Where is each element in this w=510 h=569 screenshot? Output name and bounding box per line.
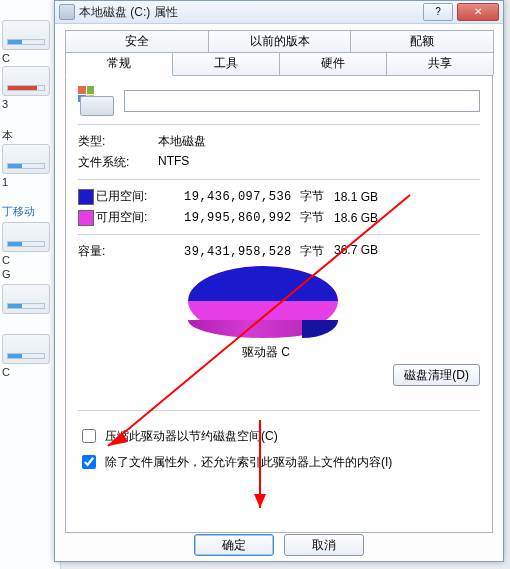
tab-row-primary: 常规 工具 硬件 共享 <box>65 52 493 76</box>
type-value: 本地磁盘 <box>158 133 480 150</box>
compress-checkbox-row[interactable]: 压缩此驱动器以节约磁盘空间(C) <box>78 426 480 446</box>
capacity-label: 容量: <box>78 243 184 260</box>
filesystem-label: 文件系统: <box>78 154 158 171</box>
properties-dialog: 本地磁盘 (C:) 属性 ? ✕ 安全 以前的版本 配额 常规 工具 硬件 共享 <box>54 0 504 562</box>
tab-hardware[interactable]: 硬件 <box>279 52 387 75</box>
cancel-button[interactable]: 取消 <box>284 534 364 556</box>
tab-previous-versions[interactable]: 以前的版本 <box>208 30 352 53</box>
tab-quota[interactable]: 配额 <box>350 30 494 53</box>
compress-checkbox[interactable] <box>82 429 96 443</box>
background-explorer-strip: C 3 本 1 丁移动 C G C <box>0 0 61 569</box>
free-swatch <box>78 210 94 226</box>
used-swatch <box>78 189 94 205</box>
drive-titlebar-icon <box>59 4 75 20</box>
drive-icon <box>78 86 114 116</box>
titlebar[interactable]: 本地磁盘 (C:) 属性 ? ✕ <box>55 1 503 24</box>
tab-sharing[interactable]: 共享 <box>386 52 494 75</box>
filesystem-value: NTFS <box>158 154 480 171</box>
pie-caption: 驱动器 C <box>242 344 290 361</box>
used-gb: 18.1 GB <box>334 190 394 204</box>
index-checkbox[interactable] <box>82 455 96 469</box>
used-bytes: 19,436,097,536 字节 <box>184 188 334 205</box>
used-label: 已用空间: <box>96 188 184 205</box>
free-label: 可用空间: <box>96 209 184 226</box>
tab-row-secondary: 安全 以前的版本 配额 <box>65 30 493 53</box>
drive-label-input[interactable] <box>124 90 480 112</box>
tab-general[interactable]: 常规 <box>65 52 173 76</box>
usage-pie-chart: 驱动器 C <box>78 266 480 354</box>
free-gb: 18.6 GB <box>334 211 394 225</box>
window-title: 本地磁盘 (C:) 属性 <box>79 4 178 21</box>
general-panel: 类型: 本地磁盘 文件系统: NTFS 已用空间: 19,436,097,536… <box>65 75 493 533</box>
index-checkbox-row[interactable]: 除了文件属性外，还允许索引此驱动器上文件的内容(I) <box>78 452 480 472</box>
tab-tools[interactable]: 工具 <box>172 52 280 75</box>
help-button[interactable]: ? <box>423 3 453 21</box>
capacity-gb: 36.7 GB <box>334 243 394 260</box>
disk-cleanup-button[interactable]: 磁盘清理(D) <box>393 364 480 386</box>
tab-security[interactable]: 安全 <box>65 30 209 53</box>
type-label: 类型: <box>78 133 158 150</box>
index-label: 除了文件属性外，还允许索引此驱动器上文件的内容(I) <box>105 454 392 471</box>
free-bytes: 19,995,860,992 字节 <box>184 209 334 226</box>
capacity-bytes: 39,431,958,528 字节 <box>184 243 334 260</box>
close-button[interactable]: ✕ <box>457 3 499 21</box>
ok-button[interactable]: 确定 <box>194 534 274 556</box>
dialog-footer: 确定 取消 <box>55 534 503 556</box>
compress-label: 压缩此驱动器以节约磁盘空间(C) <box>105 428 278 445</box>
